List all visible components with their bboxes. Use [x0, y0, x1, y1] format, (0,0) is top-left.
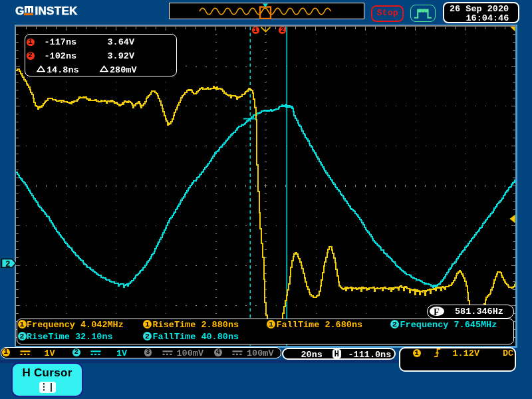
- svg-text:2: 2: [5, 260, 11, 269]
